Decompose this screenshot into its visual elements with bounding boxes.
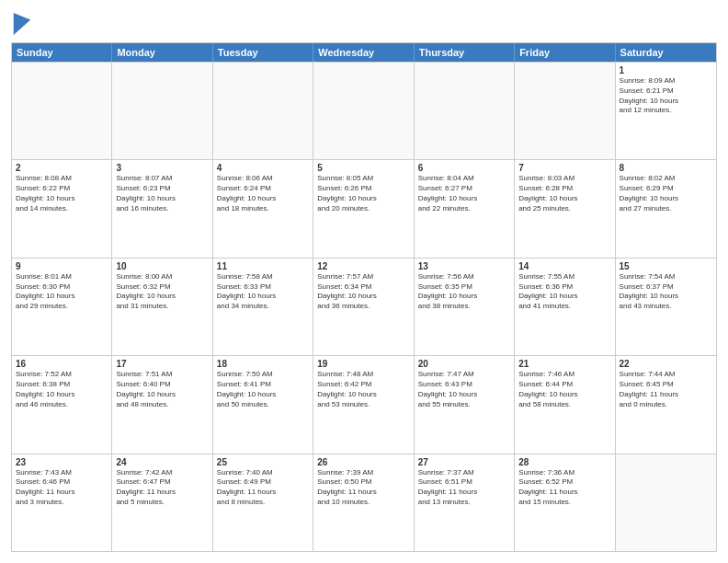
- cell-text: Sunrise: 8:07 AM Sunset: 6:23 PM Dayligh…: [116, 174, 208, 213]
- cal-cell: 15Sunrise: 7:54 AM Sunset: 6:37 PM Dayli…: [616, 259, 716, 355]
- cal-cell: 9Sunrise: 8:01 AM Sunset: 6:30 PM Daylig…: [12, 259, 112, 355]
- cell-text: Sunrise: 7:42 AM Sunset: 6:47 PM Dayligh…: [116, 468, 208, 508]
- cell-text: Sunrise: 7:54 AM Sunset: 6:37 PM Dayligh…: [620, 272, 712, 312]
- header-day-thursday: Thursday: [415, 43, 515, 62]
- cal-cell: 23Sunrise: 7:43 AM Sunset: 6:46 PM Dayli…: [12, 454, 112, 551]
- cell-text: Sunrise: 8:00 AM Sunset: 6:32 PM Dayligh…: [116, 272, 208, 312]
- cell-text: Sunrise: 7:56 AM Sunset: 6:35 PM Dayligh…: [418, 272, 510, 312]
- cal-cell: 27Sunrise: 7:37 AM Sunset: 6:51 PM Dayli…: [415, 454, 515, 551]
- cell-text: Sunrise: 8:09 AM Sunset: 6:21 PM Dayligh…: [620, 76, 712, 116]
- day-number: 11: [217, 261, 309, 271]
- cal-cell: 7Sunrise: 8:03 AM Sunset: 6:28 PM Daylig…: [515, 160, 615, 257]
- day-number: 19: [317, 359, 409, 369]
- cal-cell: 26Sunrise: 7:39 AM Sunset: 6:50 PM Dayli…: [313, 454, 414, 551]
- cal-cell: 16Sunrise: 7:52 AM Sunset: 6:38 PM Dayli…: [12, 356, 112, 453]
- day-number: 9: [16, 261, 108, 271]
- cal-cell: [112, 63, 212, 159]
- day-number: 13: [418, 261, 510, 271]
- cal-cell: 19Sunrise: 7:48 AM Sunset: 6:42 PM Dayli…: [313, 356, 414, 453]
- day-number: 5: [317, 163, 409, 173]
- cal-cell: 24Sunrise: 7:42 AM Sunset: 6:47 PM Dayli…: [112, 454, 212, 551]
- cal-cell: 14Sunrise: 7:55 AM Sunset: 6:36 PM Dayli…: [515, 259, 615, 355]
- header: [11, 11, 717, 35]
- cal-row-4: 23Sunrise: 7:43 AM Sunset: 6:46 PM Dayli…: [12, 454, 716, 551]
- logo: [11, 11, 31, 35]
- cal-cell: 22Sunrise: 7:44 AM Sunset: 6:45 PM Dayli…: [616, 356, 716, 453]
- cell-text: Sunrise: 7:40 AM Sunset: 6:49 PM Dayligh…: [217, 468, 309, 508]
- cell-text: Sunrise: 7:58 AM Sunset: 6:33 PM Dayligh…: [217, 272, 309, 312]
- day-number: 1: [620, 65, 712, 75]
- day-number: 14: [518, 261, 610, 271]
- day-number: 3: [116, 163, 208, 173]
- header-day-wednesday: Wednesday: [313, 43, 414, 62]
- cal-cell: 25Sunrise: 7:40 AM Sunset: 6:49 PM Dayli…: [213, 454, 313, 551]
- page: SundayMondayTuesdayWednesdayThursdayFrid…: [0, 0, 728, 563]
- header-day-friday: Friday: [515, 43, 615, 62]
- header-day-tuesday: Tuesday: [213, 43, 313, 62]
- cal-row-2: 9Sunrise: 8:01 AM Sunset: 6:30 PM Daylig…: [12, 258, 716, 355]
- header-day-sunday: Sunday: [12, 43, 112, 62]
- cal-row-3: 16Sunrise: 7:52 AM Sunset: 6:38 PM Dayli…: [12, 355, 716, 453]
- cell-text: Sunrise: 8:08 AM Sunset: 6:22 PM Dayligh…: [16, 174, 108, 213]
- day-number: 15: [620, 261, 712, 271]
- cell-text: Sunrise: 7:55 AM Sunset: 6:36 PM Dayligh…: [518, 272, 610, 312]
- calendar-header: SundayMondayTuesdayWednesdayThursdayFrid…: [12, 43, 716, 62]
- cell-text: Sunrise: 8:05 AM Sunset: 6:26 PM Dayligh…: [317, 174, 409, 213]
- cal-row-0: 1Sunrise: 8:09 AM Sunset: 6:21 PM Daylig…: [12, 62, 716, 159]
- cell-text: Sunrise: 8:03 AM Sunset: 6:28 PM Dayligh…: [518, 174, 610, 213]
- cell-text: Sunrise: 7:48 AM Sunset: 6:42 PM Dayligh…: [317, 370, 409, 409]
- day-number: 23: [16, 457, 108, 467]
- cell-text: Sunrise: 7:52 AM Sunset: 6:38 PM Dayligh…: [16, 370, 108, 409]
- cal-row-1: 2Sunrise: 8:08 AM Sunset: 6:22 PM Daylig…: [12, 159, 716, 257]
- cal-cell: [213, 63, 313, 159]
- header-day-saturday: Saturday: [616, 43, 716, 62]
- calendar: SundayMondayTuesdayWednesdayThursdayFrid…: [11, 42, 717, 552]
- cell-text: Sunrise: 7:46 AM Sunset: 6:44 PM Dayligh…: [518, 370, 610, 409]
- cal-cell: [616, 454, 716, 551]
- calendar-body: 1Sunrise: 8:09 AM Sunset: 6:21 PM Daylig…: [12, 62, 716, 551]
- cell-text: Sunrise: 8:02 AM Sunset: 6:29 PM Dayligh…: [620, 174, 712, 213]
- cell-text: Sunrise: 7:39 AM Sunset: 6:50 PM Dayligh…: [317, 468, 409, 508]
- cell-text: Sunrise: 7:43 AM Sunset: 6:46 PM Dayligh…: [16, 468, 108, 508]
- day-number: 17: [116, 359, 208, 369]
- day-number: 2: [16, 163, 108, 173]
- cal-cell: [415, 63, 515, 159]
- cell-text: Sunrise: 7:50 AM Sunset: 6:41 PM Dayligh…: [217, 370, 309, 409]
- cell-text: Sunrise: 8:01 AM Sunset: 6:30 PM Dayligh…: [16, 272, 108, 312]
- day-number: 20: [418, 359, 510, 369]
- cal-cell: 8Sunrise: 8:02 AM Sunset: 6:29 PM Daylig…: [616, 160, 716, 257]
- day-number: 25: [217, 457, 309, 467]
- day-number: 28: [518, 457, 610, 467]
- day-number: 27: [418, 457, 510, 467]
- cal-cell: 12Sunrise: 7:57 AM Sunset: 6:34 PM Dayli…: [313, 259, 414, 355]
- day-number: 16: [16, 359, 108, 369]
- day-number: 21: [518, 359, 610, 369]
- day-number: 6: [418, 163, 510, 173]
- cell-text: Sunrise: 7:47 AM Sunset: 6:43 PM Dayligh…: [418, 370, 510, 409]
- day-number: 22: [620, 359, 712, 369]
- day-number: 10: [116, 261, 208, 271]
- cell-text: Sunrise: 8:06 AM Sunset: 6:24 PM Dayligh…: [217, 174, 309, 213]
- cal-cell: 10Sunrise: 8:00 AM Sunset: 6:32 PM Dayli…: [112, 259, 212, 355]
- day-number: 8: [620, 163, 712, 173]
- cal-cell: 17Sunrise: 7:51 AM Sunset: 6:40 PM Dayli…: [112, 356, 212, 453]
- cal-cell: 28Sunrise: 7:36 AM Sunset: 6:52 PM Dayli…: [515, 454, 615, 551]
- svg-marker-0: [14, 13, 30, 35]
- day-number: 18: [217, 359, 309, 369]
- cal-cell: 6Sunrise: 8:04 AM Sunset: 6:27 PM Daylig…: [415, 160, 515, 257]
- day-number: 24: [116, 457, 208, 467]
- logo-icon: [13, 13, 31, 35]
- cal-cell: 11Sunrise: 7:58 AM Sunset: 6:33 PM Dayli…: [213, 259, 313, 355]
- day-number: 12: [317, 261, 409, 271]
- cell-text: Sunrise: 7:57 AM Sunset: 6:34 PM Dayligh…: [317, 272, 409, 312]
- cell-text: Sunrise: 7:44 AM Sunset: 6:45 PM Dayligh…: [620, 370, 712, 409]
- cal-cell: [515, 63, 615, 159]
- cal-cell: 4Sunrise: 8:06 AM Sunset: 6:24 PM Daylig…: [213, 160, 313, 257]
- cal-cell: 2Sunrise: 8:08 AM Sunset: 6:22 PM Daylig…: [12, 160, 112, 257]
- cal-cell: [313, 63, 414, 159]
- cal-cell: 5Sunrise: 8:05 AM Sunset: 6:26 PM Daylig…: [313, 160, 414, 257]
- cal-cell: [12, 63, 112, 159]
- cell-text: Sunrise: 7:37 AM Sunset: 6:51 PM Dayligh…: [418, 468, 510, 508]
- cal-cell: 18Sunrise: 7:50 AM Sunset: 6:41 PM Dayli…: [213, 356, 313, 453]
- header-day-monday: Monday: [112, 43, 212, 62]
